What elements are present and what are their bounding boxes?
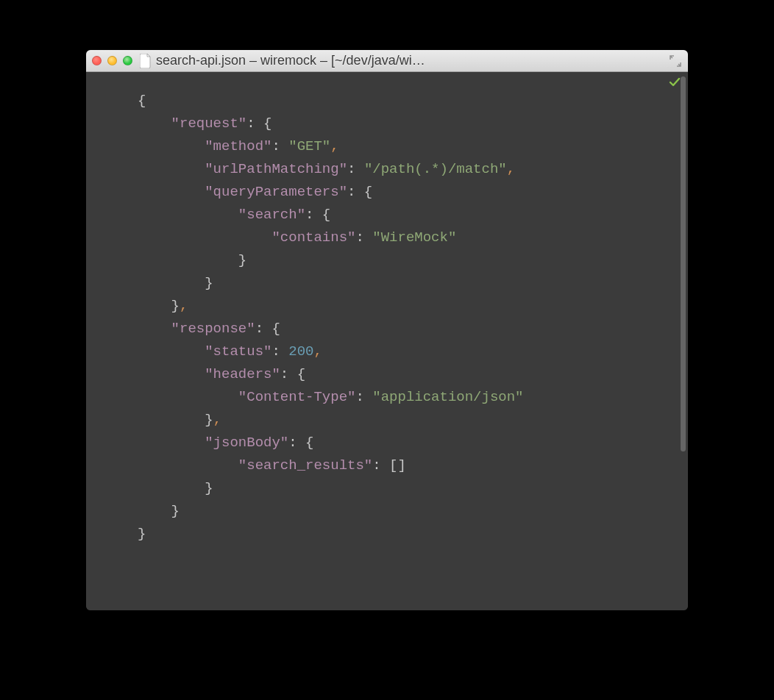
punct: : bbox=[355, 389, 372, 405]
punct: : bbox=[271, 343, 288, 360]
indent bbox=[138, 161, 205, 177]
indent bbox=[138, 298, 171, 314]
indent bbox=[138, 435, 205, 451]
editor-area[interactable]: { "request": { "method": "GET", "urlPath… bbox=[86, 72, 688, 610]
indent bbox=[138, 207, 238, 223]
json-key: "request" bbox=[171, 115, 247, 132]
brace: } bbox=[171, 298, 180, 314]
close-window-button[interactable] bbox=[92, 56, 102, 65]
json-string: "application/json" bbox=[372, 389, 523, 405]
indent bbox=[138, 184, 205, 200]
punct: , bbox=[180, 298, 188, 314]
punct: : { bbox=[347, 184, 372, 200]
json-number: 200 bbox=[288, 343, 313, 360]
punct: : bbox=[372, 457, 389, 474]
indent bbox=[138, 321, 171, 337]
punct: : { bbox=[246, 115, 271, 132]
indent bbox=[138, 229, 271, 246]
code-content[interactable]: { "request": { "method": "GET", "urlPath… bbox=[86, 72, 688, 546]
validation-ok-icon bbox=[669, 76, 681, 92]
brace: } bbox=[205, 275, 213, 291]
indent bbox=[138, 457, 238, 474]
punct: , bbox=[213, 412, 221, 428]
punct: : { bbox=[280, 366, 305, 382]
punct: , bbox=[313, 343, 322, 360]
json-key: "search_results" bbox=[238, 457, 372, 474]
vertical-scrollbar[interactable] bbox=[681, 76, 686, 451]
traffic-lights bbox=[92, 56, 132, 65]
indent bbox=[138, 366, 205, 382]
indent bbox=[138, 503, 171, 519]
indent bbox=[138, 138, 205, 154]
file-icon bbox=[140, 54, 152, 68]
punct: : { bbox=[305, 207, 330, 223]
brace: } bbox=[238, 252, 246, 268]
punct: , bbox=[507, 161, 515, 177]
json-string: "/path(.*)/match" bbox=[364, 161, 507, 177]
indent bbox=[138, 275, 205, 291]
fullscreen-icon[interactable] bbox=[669, 54, 682, 68]
json-key: "contains" bbox=[271, 229, 355, 246]
punct: : bbox=[355, 229, 372, 246]
json-key: "method" bbox=[205, 138, 271, 154]
json-key: "queryParameters" bbox=[205, 184, 347, 200]
brace: } bbox=[171, 503, 180, 519]
punct: : { bbox=[288, 435, 313, 451]
punct: : bbox=[271, 138, 288, 154]
json-string: "WireMock" bbox=[372, 229, 456, 246]
json-key: "Content-Type" bbox=[238, 389, 356, 405]
brace: { bbox=[138, 93, 146, 109]
json-array: [] bbox=[389, 457, 406, 474]
json-string: "GET" bbox=[288, 138, 330, 154]
zoom-window-button[interactable] bbox=[123, 56, 132, 65]
brace: } bbox=[205, 412, 213, 428]
indent bbox=[138, 480, 205, 496]
editor-window: search-api.json – wiremock – [~/dev/java… bbox=[86, 50, 688, 610]
titlebar[interactable]: search-api.json – wiremock – [~/dev/java… bbox=[86, 50, 688, 72]
json-key: "response" bbox=[171, 321, 255, 337]
punct: , bbox=[330, 138, 338, 154]
brace: } bbox=[205, 480, 213, 496]
minimize-window-button[interactable] bbox=[107, 56, 117, 65]
punct: : bbox=[347, 161, 364, 177]
json-key: "jsonBody" bbox=[205, 435, 288, 451]
indent bbox=[138, 343, 205, 360]
json-key: "search" bbox=[238, 207, 305, 223]
json-key: "status" bbox=[205, 343, 271, 360]
indent bbox=[138, 252, 238, 268]
indent bbox=[138, 412, 205, 428]
json-key: "urlPathMatching" bbox=[205, 161, 347, 177]
window-title: search-api.json – wiremock – [~/dev/java… bbox=[156, 53, 664, 68]
indent bbox=[138, 389, 238, 405]
brace: } bbox=[138, 526, 146, 542]
punct: : { bbox=[255, 321, 280, 337]
json-key: "headers" bbox=[205, 366, 280, 382]
indent bbox=[138, 115, 171, 132]
